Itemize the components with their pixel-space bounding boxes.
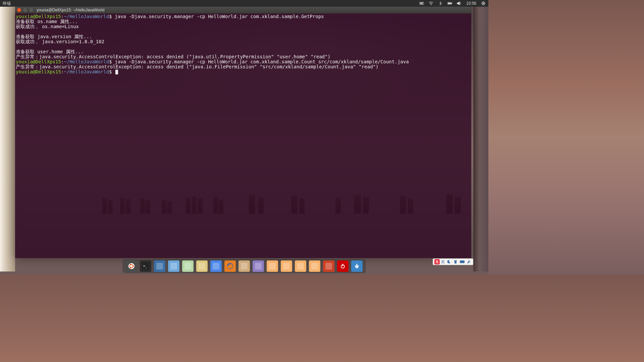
prompt-user: youxia@DellXps15	[16, 69, 61, 74]
ime-wrench-icon[interactable]	[466, 259, 472, 264]
svg-rect-23	[213, 263, 219, 269]
dock-item-home-folder[interactable]	[267, 260, 278, 272]
output-line: 产生异常：java.security.AccessControlExceptio…	[16, 64, 378, 69]
svg-rect-5	[420, 4, 423, 4]
dock-item-file-manager[interactable]	[196, 260, 208, 272]
wallpaper-right-edge	[473, 7, 488, 272]
svg-rect-37	[460, 260, 465, 263]
window-title: youxia@DellXps15: ~/HelloJavaWorld	[37, 8, 104, 12]
prompt-path: ~/HelloJavaWorld	[64, 69, 109, 74]
dock-item-power[interactable]	[337, 260, 348, 272]
ime-lang-label[interactable]: 英	[441, 259, 445, 264]
svg-rect-4	[423, 3, 423, 3]
output-line: 获取成功， os.name=Linux	[16, 24, 79, 29]
svg-point-15	[130, 264, 131, 265]
svg-rect-22	[199, 263, 205, 269]
active-app-label: 终端	[3, 1, 11, 6]
ime-keyboard-icon[interactable]	[460, 259, 465, 264]
svg-point-6	[431, 4, 431, 5]
svg-rect-3	[422, 3, 422, 3]
prompt-path: ~/HelloJavaWorld	[64, 14, 109, 19]
dock-item-calendar[interactable]	[238, 260, 250, 272]
battery-icon[interactable]	[447, 1, 452, 5]
svg-rect-25	[241, 263, 248, 269]
dock-item-notes[interactable]	[253, 260, 264, 272]
top-menu-bar[interactable]: 终端 10:56	[0, 0, 488, 7]
svg-rect-0	[419, 2, 424, 5]
minimize-icon[interactable]	[23, 8, 27, 12]
wifi-icon[interactable]	[429, 1, 433, 5]
terminal-output-area[interactable]: youxia@DellXps15:~/HelloJavaWorld$ java …	[15, 13, 471, 75]
ime-moon-icon[interactable]	[446, 259, 451, 264]
svg-rect-28	[283, 263, 290, 269]
volume-icon[interactable]	[457, 1, 462, 5]
svg-rect-8	[451, 3, 452, 4]
dock-item-folder-b[interactable]	[295, 260, 306, 272]
svg-rect-19	[156, 263, 163, 269]
dock-item-image-viewer[interactable]	[168, 260, 179, 272]
prompt-dollar: $	[109, 14, 112, 19]
dock-item-software-center[interactable]	[323, 260, 334, 272]
svg-rect-29	[297, 263, 304, 269]
dock-item-folder-c[interactable]	[309, 260, 320, 272]
svg-rect-2	[421, 3, 421, 3]
window-titlebar[interactable]: youxia@DellXps15: ~/HelloJavaWorld	[15, 7, 471, 13]
ime-shirt-icon[interactable]	[453, 259, 458, 264]
svg-rect-34	[342, 264, 343, 266]
dock-item-chromium[interactable]	[210, 260, 222, 272]
dock-item-accessibility[interactable]	[351, 260, 363, 272]
power-gear-icon[interactable]	[481, 1, 486, 5]
output-line: 准备获取 os.name 属性...	[16, 19, 78, 24]
command-line: java -Djava.security.manager -cp HelloWo…	[112, 14, 324, 19]
terminal-cursor	[115, 70, 118, 74]
output-line: 准备获取 java.version 属性...	[16, 34, 92, 39]
dock-item-firefox[interactable]	[224, 260, 236, 272]
svg-point-16	[130, 267, 131, 268]
svg-rect-9	[448, 3, 451, 4]
svg-point-14	[132, 265, 134, 267]
ime-panel[interactable]: S 英	[433, 258, 473, 265]
maximize-icon[interactable]	[29, 8, 33, 12]
svg-text:>_: >_	[143, 264, 148, 268]
dock[interactable]: >_	[122, 259, 366, 273]
dock-item-terminal[interactable]: >_	[140, 260, 151, 272]
output-line: 准备获取 user.home 属性...	[16, 49, 84, 54]
svg-point-36	[356, 264, 358, 265]
terminal-window: youxia@DellXps15: ~/HelloJavaWorld youxi…	[15, 7, 471, 258]
clock-label[interactable]: 10:56	[466, 1, 476, 6]
prompt-user: youxia@DellXps15	[16, 14, 61, 19]
svg-rect-31	[325, 263, 332, 269]
dock-item-window-switcher[interactable]	[154, 260, 165, 272]
sogou-icon[interactable]: S	[434, 259, 440, 264]
bluetooth-icon[interactable]	[438, 1, 443, 5]
svg-rect-27	[269, 263, 276, 269]
keyboard-icon[interactable]	[419, 1, 424, 5]
prompt-dollar: $	[109, 69, 112, 74]
dock-item-editor[interactable]	[182, 260, 194, 272]
output-line: 产生异常：java.security.AccessControlExceptio…	[16, 54, 330, 59]
svg-rect-1	[420, 3, 421, 3]
svg-rect-20	[170, 263, 177, 269]
svg-rect-26	[255, 263, 262, 269]
output-line: 获取成功， java.version=1.8.0_102	[16, 39, 104, 44]
svg-point-11	[483, 3, 484, 4]
dock-item-folder-a[interactable]	[281, 260, 292, 272]
svg-rect-30	[311, 263, 318, 269]
prompt-user: youxia@DellXps15	[16, 59, 61, 64]
command-line: java -Djava.security.manager -cp HelloWo…	[112, 59, 409, 64]
close-icon[interactable]	[17, 8, 21, 12]
svg-rect-21	[184, 263, 191, 269]
wallpaper-left-edge	[0, 7, 15, 272]
prompt-path: ~/HelloJavaWorld	[64, 59, 109, 64]
prompt-dollar: $	[109, 59, 112, 64]
dock-item-ubuntu-launcher[interactable]	[126, 260, 137, 272]
